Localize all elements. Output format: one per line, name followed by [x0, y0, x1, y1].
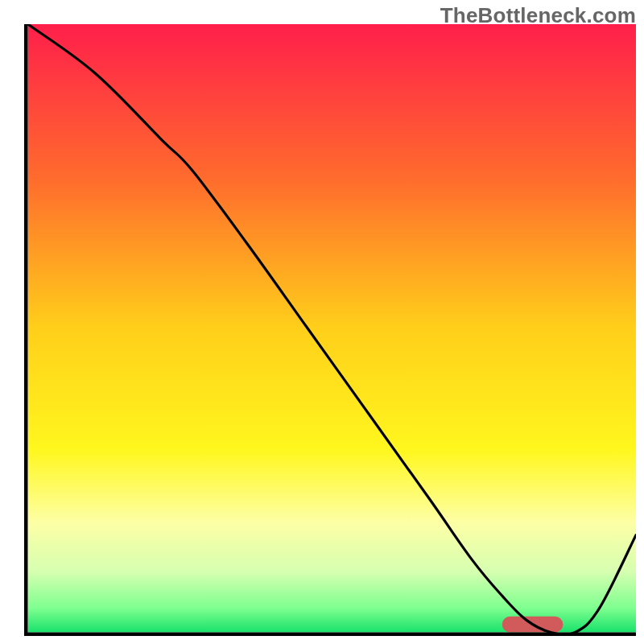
- chart-svg: [24, 24, 636, 636]
- plot-area: [24, 24, 636, 636]
- chart-stage: TheBottleneck.com: [0, 0, 644, 644]
- gradient-background: [28, 24, 637, 633]
